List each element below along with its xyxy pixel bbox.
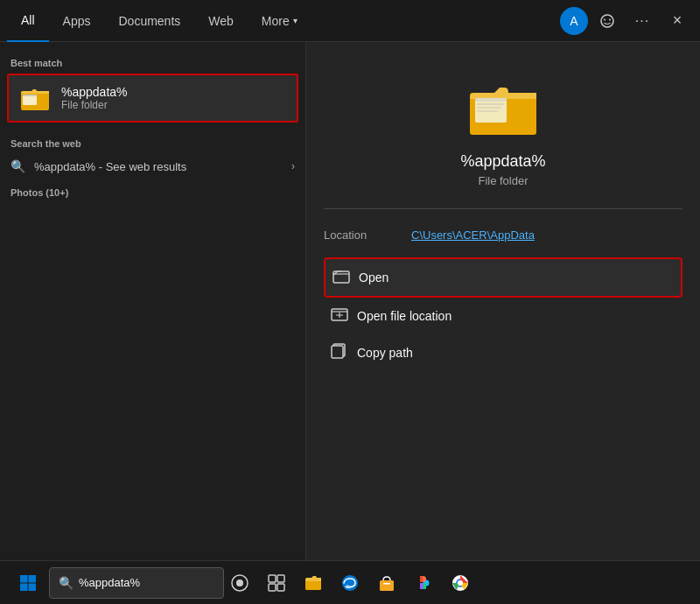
tab-more[interactable]: More ▾ bbox=[248, 0, 312, 42]
main-layout: Best match %appdata% File folder Search … bbox=[0, 42, 700, 560]
best-match-name: %appdata% bbox=[61, 85, 128, 99]
open-file-location-label: Open file location bbox=[357, 309, 452, 323]
tab-apps[interactable]: Apps bbox=[49, 0, 105, 42]
svg-rect-22 bbox=[269, 575, 276, 582]
open-button[interactable]: Open bbox=[324, 257, 682, 298]
svg-rect-25 bbox=[277, 584, 284, 591]
web-search-item[interactable]: 🔍 %appdata% - See web results › bbox=[0, 152, 305, 180]
file-explorer-button[interactable] bbox=[296, 565, 331, 600]
tab-web[interactable]: Web bbox=[194, 0, 248, 42]
search-icon: 🔍 bbox=[10, 159, 25, 173]
location-row: Location C\Users\ACER\AppData bbox=[324, 223, 682, 247]
best-match-type: File folder bbox=[61, 99, 128, 111]
svg-point-2 bbox=[609, 18, 611, 20]
open-location-icon bbox=[331, 306, 348, 326]
task-view-button[interactable] bbox=[222, 565, 257, 600]
svg-point-21 bbox=[236, 579, 243, 586]
svg-rect-28 bbox=[380, 580, 394, 591]
svg-rect-17 bbox=[29, 575, 37, 583]
copy-path-icon bbox=[331, 343, 348, 362]
folder-icon bbox=[19, 82, 51, 114]
copy-path-label: Copy path bbox=[357, 346, 413, 360]
file-explorer-icon bbox=[304, 573, 323, 593]
svg-rect-9 bbox=[477, 103, 505, 105]
store-button[interactable] bbox=[369, 565, 404, 600]
svg-rect-10 bbox=[477, 107, 501, 109]
tab-all[interactable]: All bbox=[7, 0, 49, 42]
svg-rect-33 bbox=[420, 576, 424, 582]
svg-rect-5 bbox=[23, 95, 37, 96]
windows-icon bbox=[20, 575, 36, 591]
svg-rect-8 bbox=[475, 98, 507, 102]
tab-web-label: Web bbox=[208, 14, 234, 28]
store-icon bbox=[377, 573, 396, 593]
right-item-type: File folder bbox=[478, 174, 528, 187]
edge-button[interactable] bbox=[332, 565, 368, 600]
location-label: Location bbox=[324, 228, 411, 242]
windows-start-button[interactable] bbox=[7, 562, 49, 604]
best-match-item[interactable]: %appdata% File folder bbox=[7, 74, 298, 123]
taskbar: 🔍 %appdata% bbox=[0, 560, 700, 604]
svg-rect-18 bbox=[20, 583, 28, 591]
copy-path-button[interactable]: Copy path bbox=[324, 334, 682, 371]
right-item-name: %appdata% bbox=[460, 152, 545, 171]
figma-button[interactable] bbox=[406, 565, 441, 600]
svg-rect-19 bbox=[29, 583, 37, 591]
chevron-right-icon: › bbox=[291, 160, 295, 172]
best-match-text: %appdata% File folder bbox=[61, 85, 128, 111]
tab-all-label: All bbox=[21, 13, 35, 27]
taskbar-center-icons bbox=[222, 565, 478, 600]
feedback-button[interactable] bbox=[592, 5, 623, 37]
search-icon: 🔍 bbox=[59, 576, 74, 590]
web-search-label: Search the web bbox=[0, 133, 305, 152]
chrome-button[interactable] bbox=[443, 565, 478, 600]
svg-rect-29 bbox=[383, 583, 390, 585]
svg-rect-11 bbox=[477, 110, 498, 112]
tab-documents-label: Documents bbox=[118, 14, 180, 28]
chevron-down-icon: ▾ bbox=[293, 16, 298, 25]
svg-point-37 bbox=[458, 580, 463, 586]
close-button[interactable]: × bbox=[662, 5, 693, 37]
best-match-label: Best match bbox=[0, 53, 305, 72]
tab-more-label: More bbox=[262, 14, 290, 28]
ellipsis-button[interactable]: ··· bbox=[626, 5, 658, 37]
figma-icon bbox=[414, 573, 433, 593]
taskbar-search-box[interactable]: 🔍 %appdata% bbox=[49, 567, 224, 599]
open-icon bbox=[332, 268, 350, 287]
task-view-icon bbox=[230, 573, 249, 593]
svg-rect-15 bbox=[332, 346, 343, 358]
svg-point-0 bbox=[601, 15, 613, 27]
svg-point-1 bbox=[604, 18, 606, 20]
right-panel: %appdata% File folder Location C\Users\A… bbox=[306, 42, 700, 560]
folder-icon-large bbox=[468, 77, 538, 138]
svg-rect-16 bbox=[20, 575, 28, 583]
tab-apps-label: Apps bbox=[63, 14, 91, 28]
location-value[interactable]: C\Users\ACER\AppData bbox=[411, 228, 535, 242]
tab-documents[interactable]: Documents bbox=[104, 0, 194, 42]
svg-rect-24 bbox=[269, 584, 276, 591]
divider bbox=[324, 208, 682, 209]
nav-right-controls: A ··· × bbox=[560, 5, 693, 37]
web-search-text: %appdata% - See web results bbox=[34, 160, 291, 173]
search-input-value: %appdata% bbox=[79, 576, 140, 589]
chrome-icon bbox=[451, 573, 470, 593]
user-avatar[interactable]: A bbox=[560, 7, 588, 35]
widgets-icon bbox=[267, 573, 286, 593]
open-label: Open bbox=[359, 270, 388, 284]
svg-rect-34 bbox=[420, 583, 424, 589]
widgets-button[interactable] bbox=[259, 565, 294, 600]
edge-icon bbox=[340, 573, 360, 593]
svg-rect-23 bbox=[277, 575, 284, 582]
open-file-location-button[interactable]: Open file location bbox=[324, 298, 682, 334]
top-nav: All Apps Documents Web More ▾ A ··· × bbox=[0, 0, 700, 42]
feedback-icon bbox=[599, 13, 615, 29]
photos-label: Photos (10+) bbox=[0, 180, 305, 201]
left-panel: Best match %appdata% File folder Search … bbox=[0, 42, 306, 560]
